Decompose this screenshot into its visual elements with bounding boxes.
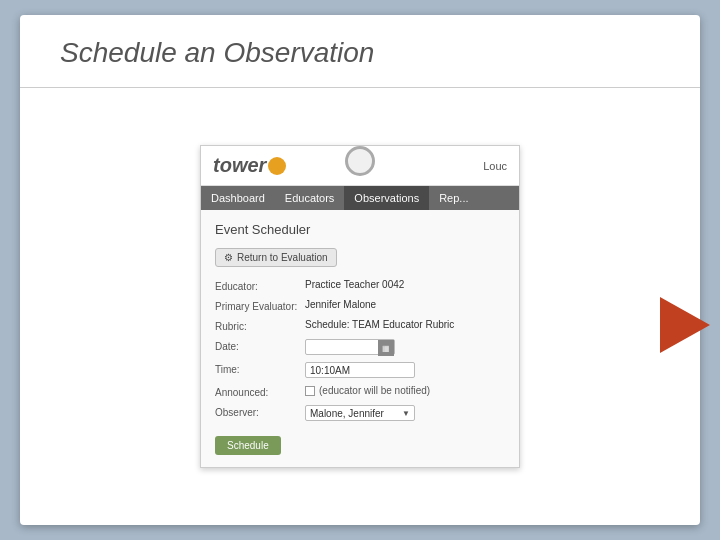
- time-label: Time:: [215, 362, 305, 375]
- schedule-button[interactable]: Schedule: [215, 436, 281, 455]
- announced-checkbox-row: (educator will be notified): [305, 385, 430, 396]
- logo-text: tower: [213, 154, 266, 177]
- time-row: Time: 10:10AM: [215, 362, 505, 378]
- observer-select[interactable]: Malone, Jennifer ▼: [305, 405, 415, 421]
- logo-icon: [268, 157, 286, 175]
- educator-label: Educator:: [215, 279, 305, 292]
- announced-checkbox-label: (educator will be notified): [319, 385, 430, 396]
- time-value: 10:10AM: [310, 365, 350, 376]
- date-label: Date:: [215, 339, 305, 352]
- time-input[interactable]: 10:10AM: [305, 362, 415, 378]
- educator-value: Practice Teacher 0042: [305, 279, 505, 290]
- select-arrow-icon: ▼: [402, 409, 410, 418]
- announced-row: Announced: (educator will be notified): [215, 385, 505, 398]
- slide-content: tower Louc Dashboard Educators Observati…: [20, 88, 700, 525]
- slide-title: Schedule an Observation: [20, 15, 700, 88]
- app-window: tower Louc Dashboard Educators Observati…: [200, 145, 520, 468]
- announced-checkbox[interactable]: [305, 386, 315, 396]
- rubric-label: Rubric:: [215, 319, 305, 332]
- return-button-label: Return to Evaluation: [237, 252, 328, 263]
- app-logo: tower: [213, 154, 286, 177]
- slide-container: Schedule an Observation tower Louc Dashb…: [20, 15, 700, 525]
- arrow-shape: [660, 297, 710, 353]
- section-title: Event Scheduler: [215, 222, 505, 237]
- arrow-indicator: [660, 297, 710, 353]
- nav-reports[interactable]: Rep...: [429, 186, 478, 210]
- calendar-button[interactable]: ▦: [378, 340, 394, 356]
- observer-value: Malone, Jennifer: [310, 408, 384, 419]
- primary-eval-row: Primary Evaluator: Jennifer Malone: [215, 299, 505, 312]
- date-input[interactable]: ▦: [305, 339, 395, 355]
- circle-decoration: [345, 146, 375, 176]
- calendar-icon: ▦: [382, 344, 390, 353]
- observer-row: Observer: Malone, Jennifer ▼: [215, 405, 505, 421]
- app-nav: Dashboard Educators Observations Rep...: [201, 186, 519, 210]
- app-user: Louc: [483, 160, 507, 172]
- rubric-row: Rubric: Schedule: TEAM Educator Rubric: [215, 319, 505, 332]
- nav-educators[interactable]: Educators: [275, 186, 345, 210]
- rubric-value: Schedule: TEAM Educator Rubric: [305, 319, 505, 330]
- date-row: Date: ▦: [215, 339, 505, 355]
- announced-label: Announced:: [215, 385, 305, 398]
- return-to-evaluation-button[interactable]: ⚙ Return to Evaluation: [215, 248, 337, 267]
- return-icon: ⚙: [224, 252, 233, 263]
- nav-observations[interactable]: Observations: [344, 186, 429, 210]
- educator-row: Educator: Practice Teacher 0042: [215, 279, 505, 292]
- primary-eval-value: Jennifer Malone: [305, 299, 505, 310]
- primary-eval-label: Primary Evaluator:: [215, 299, 305, 312]
- app-body: Event Scheduler ⚙ Return to Evaluation E…: [201, 210, 519, 467]
- nav-dashboard[interactable]: Dashboard: [201, 186, 275, 210]
- observer-label: Observer:: [215, 405, 305, 418]
